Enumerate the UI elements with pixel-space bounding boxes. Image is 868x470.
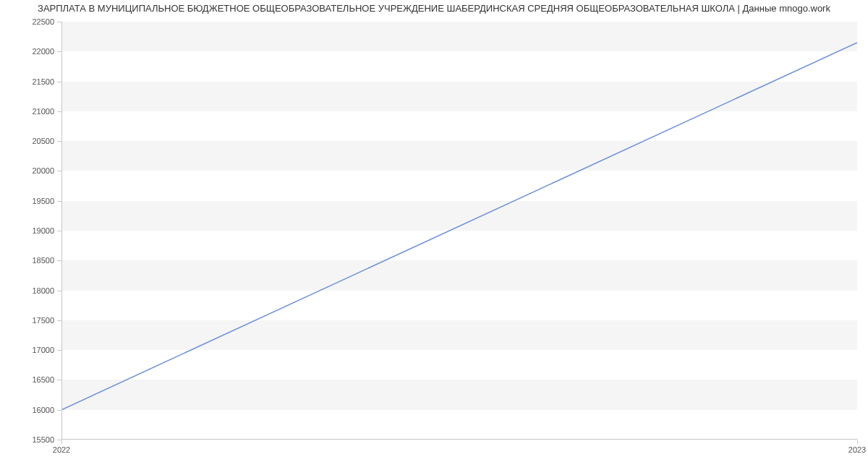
x-tick-label: 2022: [53, 445, 70, 454]
grid-band: [61, 320, 857, 350]
y-tick-mark: [57, 111, 61, 112]
y-tick-mark: [57, 51, 61, 52]
x-axis: 20222023: [61, 440, 857, 470]
y-tick-label: 20000: [32, 166, 54, 175]
y-axis-line: [61, 22, 62, 440]
y-tick-mark: [57, 22, 61, 22]
y-tick-mark: [57, 141, 61, 142]
y-tick-mark: [57, 231, 61, 231]
grid-band: [61, 82, 857, 111]
y-tick-mark: [57, 291, 61, 291]
chart-title: ЗАРПЛАТА В МУНИЦИПАЛЬНОЕ БЮДЖЕТНОЕ ОБЩЕО…: [0, 3, 868, 14]
grid-band: [61, 380, 857, 409]
y-tick-mark: [57, 320, 61, 321]
y-tick-mark: [57, 82, 61, 82]
y-tick-mark: [57, 380, 61, 380]
y-tick-label: 16500: [32, 375, 54, 384]
grid-band: [61, 201, 857, 231]
x-tick-label: 2023: [848, 445, 866, 454]
y-tick-label: 22000: [32, 47, 54, 56]
y-tick-mark: [57, 260, 61, 261]
y-tick-label: 18000: [32, 286, 54, 295]
plot-area: [61, 22, 857, 440]
x-tick-mark: [61, 440, 62, 444]
y-tick-label: 21500: [32, 77, 54, 86]
y-tick-label: 22500: [32, 17, 54, 26]
grid-band: [61, 141, 857, 171]
y-tick-mark: [57, 350, 61, 351]
grid-band: [61, 260, 857, 290]
y-tick-mark: [57, 201, 61, 202]
y-tick-label: 19500: [32, 197, 54, 205]
y-tick-label: 18500: [32, 256, 54, 265]
x-tick-mark: [857, 440, 858, 444]
y-tick-mark: [57, 171, 61, 171]
y-tick-label: 17500: [32, 316, 54, 325]
y-tick-label: 21000: [32, 107, 54, 116]
y-tick-label: 20500: [32, 137, 54, 145]
y-tick-label: 15500: [32, 435, 54, 444]
y-tick-label: 19000: [32, 226, 54, 235]
grid-band: [61, 22, 857, 51]
y-tick-label: 16000: [32, 406, 54, 414]
y-axis: 1550016000165001700017500180001850019000…: [0, 22, 61, 440]
y-tick-label: 17000: [32, 346, 54, 354]
y-tick-mark: [57, 410, 61, 411]
